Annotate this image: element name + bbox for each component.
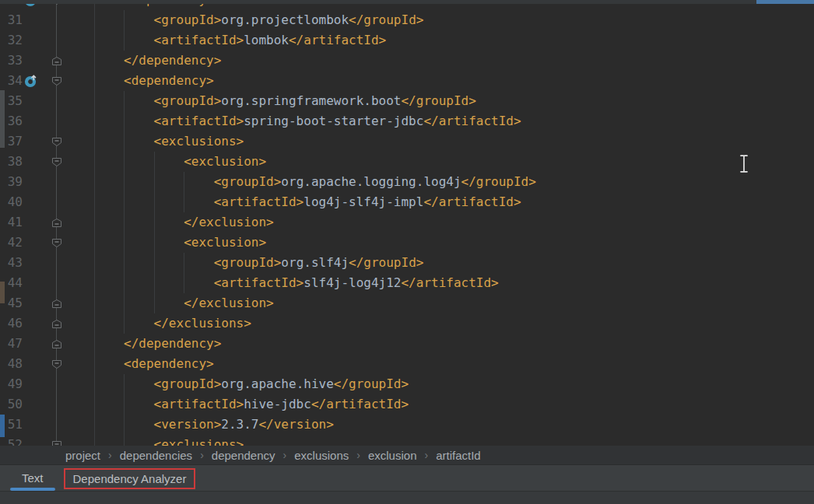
breadcrumb-separator-icon: › [356,449,360,461]
xml-tag: </artifactId> [311,397,409,411]
xml-tag: <artifactId> [154,33,244,47]
fold-start-marker-icon[interactable] [51,359,62,369]
breadcrumb-item[interactable]: dependency [212,449,275,462]
code-line[interactable]: 49<groupId>org.apache.hive</groupId> [0,374,814,394]
tab-text[interactable]: Text [9,465,56,491]
code-line[interactable]: 45</exclusion> [0,293,814,313]
xml-tag: </groupId> [349,12,423,27]
code-line[interactable]: 47</dependency> [0,334,814,354]
code-line[interactable]: 41</exclusion> [0,212,814,233]
indent-guide [94,354,95,374]
indent-guide [124,273,125,293]
left-stripe-mark-blue[interactable] [0,415,5,437]
indent-guide [94,293,95,313]
code-line[interactable]: 40<artifactId>log4j-slf4j-impl</artifact… [0,192,814,212]
fold-end-marker-icon[interactable] [51,318,62,328]
xml-value: org.springframework.boot [221,93,401,108]
breadcrumb-separator-icon: › [283,449,287,461]
code-line[interactable]: 37<exclusions> [0,131,814,152]
xml-editor[interactable]: 30<dependency>31<groupId>org.projectlomb… [0,0,814,446]
code-line[interactable]: 32<artifactId>lombok</artifactId> [0,30,814,51]
indent-guide [94,91,95,111]
code-line[interactable]: 39<groupId>org.apache.logging.log4j</gro… [0,172,814,192]
breadcrumb-item[interactable]: exclusion [368,449,417,462]
fold-start-marker-icon[interactable] [51,156,62,166]
fold-start-marker-icon[interactable] [51,136,62,146]
xml-tag: </exclusion> [184,296,274,310]
xml-tag: <artifactId> [214,194,304,209]
code-content: <exclusion> [64,152,814,172]
indent-guide [94,374,95,394]
indent-guide [124,313,125,334]
fold-end-marker-icon[interactable] [51,217,62,227]
indent-guide [154,273,155,293]
indent-guide [94,313,95,334]
xml-tag: </exclusions> [154,316,251,331]
indent-guide [94,152,95,172]
left-scrollbar-thumb[interactable] [0,90,5,148]
indent-guide [124,111,125,131]
fold-end-marker-icon[interactable] [51,338,62,348]
status-strip [0,491,814,504]
line-number: 42 [0,233,23,253]
code-content: <artifactId>spring-boot-starter-jdbc</ar… [64,111,814,131]
breadcrumb-item[interactable]: exclusions [294,449,349,462]
xml-value: org.slf4j [281,255,349,270]
editor-gutter: 34 [0,71,64,91]
code-content: <artifactId>slf4j-log4j12</artifactId> [64,273,814,293]
maven-navigate-up-icon[interactable] [24,74,38,88]
xml-tag: <artifactId> [154,114,244,128]
indent-guide [94,334,95,354]
breadcrumb-item[interactable]: artifactId [436,449,481,462]
code-line[interactable]: 31<groupId>org.projectlombok</groupId> [0,10,814,30]
code-line[interactable]: 44<artifactId>slf4j-log4j12</artifactId> [0,273,814,293]
code-line[interactable]: 36<artifactId>spring-boot-starter-jdbc</… [0,111,814,131]
indent-guide [124,192,125,212]
code-line[interactable]: 51<version>2.3.7</version> [0,415,814,435]
indent-guide [154,212,155,233]
breadcrumb-item[interactable]: dependencies [120,449,192,462]
indent-guide [154,293,155,313]
editor-gutter: 42 [0,233,64,253]
code-line[interactable]: 46</exclusions> [0,313,814,334]
code-content: <exclusion> [64,233,814,253]
fold-start-marker-icon[interactable] [51,75,62,86]
code-line[interactable]: 43<groupId>org.slf4j</groupId> [0,253,814,273]
fold-start-marker-icon[interactable] [51,439,62,446]
xml-tag: </groupId> [461,174,536,189]
line-number: 40 [0,192,23,212]
xml-tag: </exclusion> [184,215,274,229]
code-content: </exclusion> [64,212,814,233]
left-stripe-mark-brown[interactable] [0,282,5,303]
xml-value: hive-jdbc [244,397,311,411]
code-line[interactable]: 52<exclusions> [0,435,814,446]
fold-end-marker-icon[interactable] [51,298,62,308]
fold-end-marker-icon[interactable] [51,55,62,65]
code-line[interactable]: 33</dependency> [0,51,814,71]
code-content: <groupId>org.apache.hive</groupId> [64,374,814,394]
editor-gutter: 45 [0,293,64,313]
indent-guide [124,415,125,435]
indent-guide [124,233,125,253]
line-number: 43 [0,253,23,273]
indent-guide [94,131,95,152]
editor-gutter: 37 [0,131,64,152]
fold-start-marker-icon[interactable] [51,237,62,247]
xml-tag: </artifactId> [423,114,521,128]
code-line[interactable]: 35<groupId>org.springframework.boot</gro… [0,91,814,111]
breadcrumb-item[interactable]: project [65,449,100,462]
indent-guide [124,10,125,30]
xml-tag: <exclusion> [184,235,266,250]
xml-tag: </dependency> [124,336,221,351]
tab-dependency-analyzer[interactable]: Dependency Analyzer [64,468,196,489]
code-content: <groupId>org.apache.logging.log4j</group… [64,172,814,192]
code-line[interactable]: 38<exclusion> [0,152,814,172]
indent-guide [154,253,155,273]
code-content: </exclusions> [64,313,814,334]
code-line[interactable]: 42<exclusion> [0,233,814,253]
xml-value: 2.3.7 [221,417,258,432]
breadcrumb-separator-icon: › [200,449,204,461]
code-line[interactable]: 48<dependency> [0,354,814,374]
code-line[interactable]: 50<artifactId>hive-jdbc</artifactId> [0,394,814,415]
code-line[interactable]: 34<dependency> [0,71,814,91]
